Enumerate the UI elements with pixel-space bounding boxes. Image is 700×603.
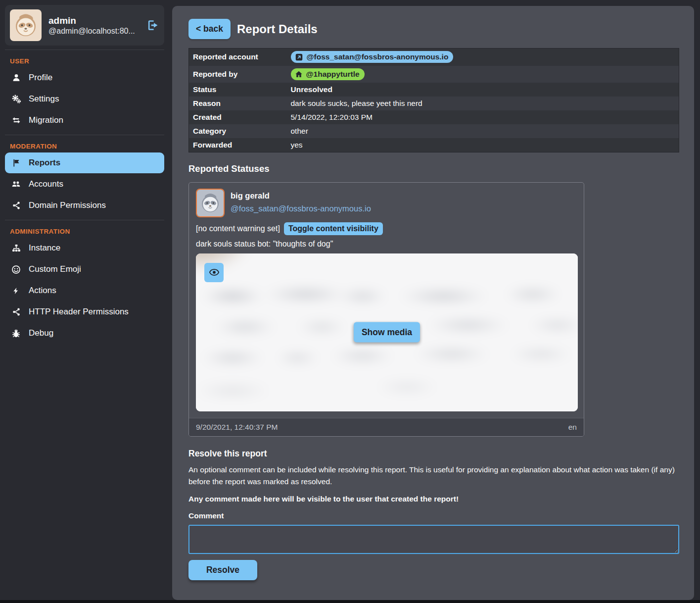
reported-by-link[interactable]: @1happyturtle <box>291 68 365 80</box>
page-title: Report Details <box>237 22 318 36</box>
sidebar-item-domain-permissions[interactable]: Domain Permissions <box>5 195 164 216</box>
sidebar-item-http-header-permissions[interactable]: HTTP Header Permissions <box>5 302 164 322</box>
user-icon <box>11 73 21 83</box>
main-area: < back Report Details Reported account @… <box>172 0 700 600</box>
sidebar-item-instance[interactable]: Instance <box>5 238 164 258</box>
sidebar-item-label: HTTP Header Permissions <box>29 307 129 317</box>
sidebar-item-custom-emoji[interactable]: Custom Emoji <box>5 259 164 280</box>
house-icon <box>295 70 303 78</box>
flag-icon <box>11 158 21 168</box>
table-row-forwarded: Forwarded yes <box>189 138 679 152</box>
status-language: en <box>568 423 577 432</box>
resolve-description: An optional comment can be included whil… <box>188 464 679 488</box>
bottom-bar <box>0 600 700 603</box>
status-media-attachment: Show media <box>196 253 578 411</box>
share-nodes-icon <box>11 201 21 210</box>
table-row-reported-by: Reported by @1happyturtle <box>189 66 679 83</box>
show-media-button[interactable]: Show media <box>354 322 420 343</box>
status-footer: 9/20/2021, 12:40:37 PM en <box>189 418 584 436</box>
reported-account-link[interactable]: @foss_satan@fossbros-anonymous.io <box>291 51 454 63</box>
sidebar-item-label: Reports <box>29 158 60 168</box>
sidebar-item-debug[interactable]: Debug <box>5 323 164 344</box>
section-label-user: USER <box>5 53 164 67</box>
toggle-content-visibility-button[interactable]: Toggle content visibility <box>284 222 383 235</box>
sidebar-item-actions[interactable]: Actions <box>5 280 164 301</box>
row-label: Reason <box>189 97 287 110</box>
page-header: < back Report Details <box>188 19 679 39</box>
media-sensitivity-eye-button[interactable] <box>204 263 224 282</box>
back-button[interactable]: < back <box>188 19 231 39</box>
reported-statuses-heading: Reported Statuses <box>188 163 679 174</box>
user-name: admin <box>48 15 140 27</box>
sitemap-icon <box>11 243 21 253</box>
admin-avatar <box>10 9 42 41</box>
sidebar-item-label: Domain Permissions <box>29 201 106 210</box>
sidebar-item-label: Debug <box>29 328 53 338</box>
sidebar-item-label: Instance <box>29 243 60 253</box>
created-value: 5/14/2022, 12:20:03 PM <box>287 110 679 124</box>
sidebar-section-moderation: MODERATION Reports Accounts <box>5 135 164 216</box>
row-label: Reported by <box>189 66 287 83</box>
arrows-left-right-icon <box>11 115 21 125</box>
table-row-reason: Reason dark souls sucks, please yeet thi… <box>189 97 679 110</box>
resolve-warning: Any comment made here will be visible to… <box>188 495 679 503</box>
user-handle: @admin@localhost:80... <box>48 27 140 36</box>
category-value: other <box>287 124 679 138</box>
table-row-status: Status Unresolved <box>189 83 679 97</box>
app: admin @admin@localhost:80... USER Profil… <box>0 0 700 600</box>
logout-icon[interactable] <box>146 19 159 32</box>
resolve-heading: Resolve this report <box>188 449 679 459</box>
status-header: big gerald @foss_satan@fossbros-anonymou… <box>196 189 577 217</box>
resolve-button[interactable]: Resolve <box>188 560 257 580</box>
sidebar-item-profile[interactable]: Profile <box>5 67 164 88</box>
comment-textarea[interactable] <box>188 525 679 554</box>
status-account-link[interactable]: @foss_satan@fossbros-anonymous.io <box>231 204 371 213</box>
smiley-icon <box>11 264 21 274</box>
status-display-name: big gerald <box>231 191 371 201</box>
report-details-panel: < back Report Details Reported account @… <box>172 6 694 600</box>
sidebar-item-migration[interactable]: Migration <box>5 110 164 131</box>
sidebar-item-label: Custom Emoji <box>29 264 81 274</box>
row-label: Forwarded <box>189 138 287 152</box>
bug-icon <box>11 328 21 338</box>
forwarded-value: yes <box>287 138 679 152</box>
row-label: Category <box>189 124 287 138</box>
table-row-created: Created 5/14/2022, 12:20:03 PM <box>189 110 679 124</box>
sidebar-item-label: Settings <box>29 94 59 104</box>
sidebar-section-administration: ADMINISTRATION Instance <box>5 220 164 344</box>
row-label: Created <box>189 110 287 124</box>
reason-value: dark souls sucks, please yeet this nerd <box>287 97 679 110</box>
sidebar-item-label: Migration <box>29 115 63 125</box>
cw-text: [no content warning set] <box>196 224 280 233</box>
reported-status-card: big gerald @foss_satan@fossbros-anonymou… <box>188 182 584 437</box>
sidebar-item-label: Actions <box>29 286 56 296</box>
gears-icon <box>11 94 21 104</box>
user-card: admin @admin@localhost:80... <box>5 5 164 46</box>
section-label-moderation: MODERATION <box>5 138 164 152</box>
external-link-icon <box>295 53 303 61</box>
share-nodes-icon <box>11 307 21 317</box>
sidebar-item-settings[interactable]: Settings <box>5 89 164 109</box>
users-icon <box>11 179 21 189</box>
eye-icon <box>209 267 220 278</box>
sidebar-item-label: Profile <box>29 73 52 83</box>
row-label: Reported account <box>189 49 287 66</box>
report-info-table: Reported account @foss_satan@fossbros-an… <box>188 48 679 152</box>
status-content: dark souls status bot: "thoughts of dog" <box>196 240 577 249</box>
status-timestamp: 9/20/2021, 12:40:37 PM <box>196 423 278 432</box>
status-avatar <box>196 189 225 217</box>
sidebar-item-reports[interactable]: Reports <box>5 152 164 173</box>
bolt-icon <box>11 286 21 296</box>
table-row-reported-account: Reported account @foss_satan@fossbros-an… <box>189 49 679 66</box>
sidebar-item-accounts[interactable]: Accounts <box>5 174 164 195</box>
row-label: Status <box>189 83 287 97</box>
table-row-category: Category other <box>189 124 679 138</box>
sidebar-section-user: USER Profile Settings <box>5 50 164 131</box>
sidebar: admin @admin@localhost:80... USER Profil… <box>0 0 172 349</box>
sidebar-item-label: Accounts <box>29 179 63 189</box>
comment-label: Comment <box>188 511 679 520</box>
content-warning-row: [no content warning set] Toggle content … <box>196 222 577 235</box>
status-value: Unresolved <box>287 83 679 97</box>
section-label-administration: ADMINISTRATION <box>5 223 164 237</box>
